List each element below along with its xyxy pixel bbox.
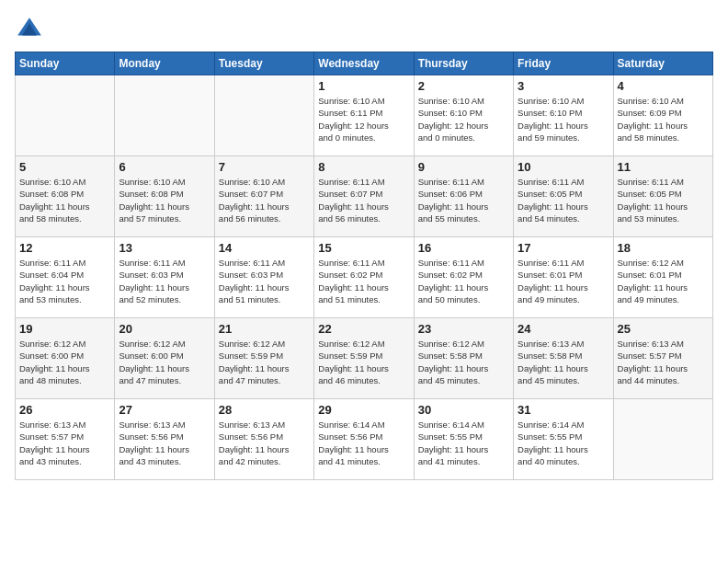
calendar-cell: 6Sunrise: 6:10 AM Sunset: 6:08 PM Daylig… [115, 156, 214, 237]
day-info: Sunrise: 6:11 AM Sunset: 6:07 PM Dayligh… [318, 176, 409, 224]
day-info: Sunrise: 6:14 AM Sunset: 5:56 PM Dayligh… [318, 419, 409, 467]
calendar-cell: 4Sunrise: 6:10 AM Sunset: 6:09 PM Daylig… [613, 75, 712, 156]
col-header-wednesday: Wednesday [314, 52, 414, 75]
calendar-cell: 9Sunrise: 6:11 AM Sunset: 6:06 PM Daylig… [414, 156, 513, 237]
calendar-week-row: 26Sunrise: 6:13 AM Sunset: 5:57 PM Dayli… [16, 399, 713, 480]
logo [15, 15, 48, 44]
col-header-monday: Monday [115, 52, 214, 75]
calendar-cell: 18Sunrise: 6:12 AM Sunset: 6:01 PM Dayli… [613, 237, 712, 318]
day-info: Sunrise: 6:10 AM Sunset: 6:08 PM Dayligh… [19, 176, 110, 224]
calendar-header-row: SundayMondayTuesdayWednesdayThursdayFrid… [16, 52, 713, 75]
day-number: 4 [618, 79, 709, 93]
calendar-cell: 13Sunrise: 6:11 AM Sunset: 6:03 PM Dayli… [115, 237, 214, 318]
logo-icon [15, 15, 44, 44]
day-info: Sunrise: 6:12 AM Sunset: 6:01 PM Dayligh… [618, 257, 709, 305]
calendar-week-row: 12Sunrise: 6:11 AM Sunset: 6:04 PM Dayli… [16, 237, 713, 318]
day-info: Sunrise: 6:10 AM Sunset: 6:10 PM Dayligh… [518, 95, 609, 144]
day-number: 3 [518, 79, 609, 93]
calendar-cell: 1Sunrise: 6:10 AM Sunset: 6:11 PM Daylig… [314, 75, 414, 156]
calendar-cell: 8Sunrise: 6:11 AM Sunset: 6:07 PM Daylig… [314, 156, 414, 237]
calendar-cell: 31Sunrise: 6:14 AM Sunset: 5:55 PM Dayli… [514, 399, 613, 480]
calendar-cell: 3Sunrise: 6:10 AM Sunset: 6:10 PM Daylig… [514, 75, 613, 156]
calendar-cell: 15Sunrise: 6:11 AM Sunset: 6:02 PM Dayli… [314, 237, 414, 318]
day-number: 11 [618, 160, 709, 174]
col-header-sunday: Sunday [16, 52, 115, 75]
calendar-cell [214, 75, 313, 156]
day-info: Sunrise: 6:14 AM Sunset: 5:55 PM Dayligh… [518, 419, 609, 467]
day-number: 23 [418, 322, 509, 336]
day-info: Sunrise: 6:12 AM Sunset: 6:00 PM Dayligh… [119, 338, 210, 386]
day-info: Sunrise: 6:13 AM Sunset: 5:56 PM Dayligh… [119, 419, 210, 467]
day-info: Sunrise: 6:11 AM Sunset: 6:02 PM Dayligh… [318, 257, 409, 305]
day-number: 5 [19, 160, 110, 174]
calendar-cell: 7Sunrise: 6:10 AM Sunset: 6:07 PM Daylig… [214, 156, 313, 237]
calendar-week-row: 19Sunrise: 6:12 AM Sunset: 6:00 PM Dayli… [16, 318, 713, 399]
calendar-cell: 26Sunrise: 6:13 AM Sunset: 5:57 PM Dayli… [16, 399, 115, 480]
calendar-cell: 16Sunrise: 6:11 AM Sunset: 6:02 PM Dayli… [414, 237, 513, 318]
calendar-cell: 20Sunrise: 6:12 AM Sunset: 6:00 PM Dayli… [115, 318, 214, 399]
day-info: Sunrise: 6:11 AM Sunset: 6:05 PM Dayligh… [618, 176, 709, 224]
calendar-cell: 19Sunrise: 6:12 AM Sunset: 6:00 PM Dayli… [16, 318, 115, 399]
col-header-thursday: Thursday [414, 52, 513, 75]
day-info: Sunrise: 6:13 AM Sunset: 5:57 PM Dayligh… [19, 419, 110, 467]
day-info: Sunrise: 6:10 AM Sunset: 6:08 PM Dayligh… [119, 176, 210, 224]
calendar-cell: 14Sunrise: 6:11 AM Sunset: 6:03 PM Dayli… [214, 237, 313, 318]
day-number: 20 [119, 322, 210, 336]
calendar-table: SundayMondayTuesdayWednesdayThursdayFrid… [15, 52, 713, 480]
col-header-friday: Friday [514, 52, 613, 75]
calendar-cell: 25Sunrise: 6:13 AM Sunset: 5:57 PM Dayli… [613, 318, 712, 399]
calendar-body: 1Sunrise: 6:10 AM Sunset: 6:11 PM Daylig… [16, 75, 713, 480]
day-info: Sunrise: 6:11 AM Sunset: 6:03 PM Dayligh… [219, 257, 310, 305]
day-info: Sunrise: 6:12 AM Sunset: 6:00 PM Dayligh… [19, 338, 110, 386]
day-info: Sunrise: 6:13 AM Sunset: 5:57 PM Dayligh… [618, 338, 709, 386]
day-number: 8 [318, 160, 409, 174]
day-info: Sunrise: 6:11 AM Sunset: 6:03 PM Dayligh… [119, 257, 210, 305]
day-number: 1 [318, 79, 409, 93]
day-number: 21 [219, 322, 310, 336]
day-info: Sunrise: 6:14 AM Sunset: 5:55 PM Dayligh… [418, 419, 509, 467]
col-header-saturday: Saturday [613, 52, 712, 75]
day-number: 25 [618, 322, 709, 336]
calendar-cell: 2Sunrise: 6:10 AM Sunset: 6:10 PM Daylig… [414, 75, 513, 156]
calendar-cell: 22Sunrise: 6:12 AM Sunset: 5:59 PM Dayli… [314, 318, 414, 399]
day-number: 17 [518, 241, 609, 255]
calendar-cell: 10Sunrise: 6:11 AM Sunset: 6:05 PM Dayli… [514, 156, 613, 237]
day-info: Sunrise: 6:11 AM Sunset: 6:01 PM Dayligh… [518, 257, 609, 305]
calendar-cell: 11Sunrise: 6:11 AM Sunset: 6:05 PM Dayli… [613, 156, 712, 237]
calendar-cell: 23Sunrise: 6:12 AM Sunset: 5:58 PM Dayli… [414, 318, 513, 399]
day-number: 15 [318, 241, 409, 255]
day-info: Sunrise: 6:11 AM Sunset: 6:04 PM Dayligh… [19, 257, 110, 305]
calendar-cell: 29Sunrise: 6:14 AM Sunset: 5:56 PM Dayli… [314, 399, 414, 480]
calendar-cell: 21Sunrise: 6:12 AM Sunset: 5:59 PM Dayli… [214, 318, 313, 399]
day-info: Sunrise: 6:12 AM Sunset: 5:58 PM Dayligh… [418, 338, 509, 386]
day-number: 14 [219, 241, 310, 255]
day-info: Sunrise: 6:10 AM Sunset: 6:10 PM Dayligh… [418, 95, 509, 144]
day-number: 29 [318, 403, 409, 417]
day-number: 16 [418, 241, 509, 255]
day-number: 12 [19, 241, 110, 255]
day-info: Sunrise: 6:13 AM Sunset: 5:56 PM Dayligh… [219, 419, 310, 467]
day-number: 26 [19, 403, 110, 417]
day-number: 30 [418, 403, 509, 417]
day-info: Sunrise: 6:12 AM Sunset: 5:59 PM Dayligh… [219, 338, 310, 386]
col-header-tuesday: Tuesday [214, 52, 313, 75]
calendar-week-row: 5Sunrise: 6:10 AM Sunset: 6:08 PM Daylig… [16, 156, 713, 237]
day-info: Sunrise: 6:11 AM Sunset: 6:06 PM Dayligh… [418, 176, 509, 224]
calendar-cell [613, 399, 712, 480]
page-header [15, 15, 713, 44]
day-number: 19 [19, 322, 110, 336]
day-info: Sunrise: 6:13 AM Sunset: 5:58 PM Dayligh… [518, 338, 609, 386]
day-info: Sunrise: 6:10 AM Sunset: 6:07 PM Dayligh… [219, 176, 310, 224]
calendar-cell: 27Sunrise: 6:13 AM Sunset: 5:56 PM Dayli… [115, 399, 214, 480]
day-info: Sunrise: 6:12 AM Sunset: 5:59 PM Dayligh… [318, 338, 409, 386]
day-number: 24 [518, 322, 609, 336]
day-number: 9 [418, 160, 509, 174]
calendar-cell [16, 75, 115, 156]
calendar-cell: 28Sunrise: 6:13 AM Sunset: 5:56 PM Dayli… [214, 399, 313, 480]
calendar-cell: 5Sunrise: 6:10 AM Sunset: 6:08 PM Daylig… [16, 156, 115, 237]
calendar-cell: 12Sunrise: 6:11 AM Sunset: 6:04 PM Dayli… [16, 237, 115, 318]
calendar-cell: 24Sunrise: 6:13 AM Sunset: 5:58 PM Dayli… [514, 318, 613, 399]
day-number: 10 [518, 160, 609, 174]
day-info: Sunrise: 6:10 AM Sunset: 6:11 PM Dayligh… [318, 95, 409, 144]
day-number: 22 [318, 322, 409, 336]
